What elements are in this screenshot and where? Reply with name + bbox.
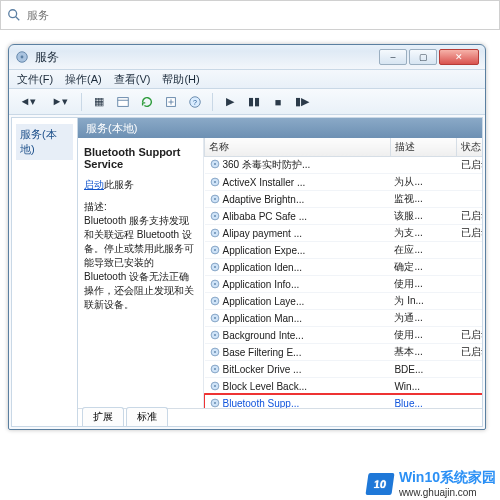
gear-icon [209, 380, 221, 392]
table-row[interactable]: Alipay payment ...为支...已启动自动本地系统 [205, 225, 483, 242]
svg-line-1 [16, 17, 20, 21]
col-name[interactable]: 名称 [205, 138, 391, 157]
detail-desc-label: 描述: [84, 201, 107, 212]
forward-button[interactable]: ►▾ [47, 93, 73, 111]
service-list[interactable]: 名称 描述 状态 启动类型 登录为 360 杀毒实时防护...已启动自动本地系统… [204, 138, 482, 408]
table-row[interactable]: Application Expe...在应...手动本地系统 [205, 242, 483, 259]
table-row[interactable]: Application Man...为通...手动本地系统 [205, 310, 483, 327]
gear-icon [209, 210, 221, 222]
show-hide-tree-button[interactable]: ▦ [90, 93, 108, 111]
svg-point-28 [213, 317, 215, 319]
panel-header: 服务(本地) [78, 118, 482, 138]
search-input[interactable] [27, 9, 493, 21]
properties-button[interactable] [114, 93, 132, 111]
table-row[interactable]: Bluetooth Supp...Blue...手动本地服务 [205, 395, 483, 409]
gear-icon [209, 312, 221, 324]
gear-icon [209, 295, 221, 307]
export-button[interactable] [162, 93, 180, 111]
separator [212, 93, 213, 111]
svg-point-34 [213, 368, 215, 370]
table-row[interactable]: Block Level Back...Win...手动本地系统 [205, 378, 483, 395]
gear-icon [209, 158, 221, 170]
svg-point-16 [213, 215, 215, 217]
nav-tree[interactable]: 服务(本地) [12, 118, 78, 426]
gear-icon [209, 227, 221, 239]
svg-point-38 [213, 402, 215, 404]
col-state[interactable]: 状态 [457, 138, 482, 157]
minimize-button[interactable]: – [379, 49, 407, 65]
nav-services-local[interactable]: 服务(本地) [16, 124, 73, 160]
table-row[interactable]: 360 杀毒实时防护...已启动自动本地系统 [205, 157, 483, 174]
menu-file[interactable]: 文件(F) [17, 72, 53, 87]
detail-desc: Bluetooth 服务支持发现和关联远程 Bluetooth 设备。停止或禁用… [84, 215, 194, 310]
svg-point-0 [9, 10, 17, 18]
svg-point-10 [213, 163, 215, 165]
svg-point-24 [213, 283, 215, 285]
svg-point-20 [213, 249, 215, 251]
start-link[interactable]: 启动 [84, 179, 104, 190]
gear-icon [209, 346, 221, 358]
services-window: 服务 – ▢ ✕ 文件(F) 操作(A) 查看(V) 帮助(H) ◄▾ ►▾ ▦ [8, 44, 486, 430]
table-row[interactable]: Adaptive Brightn...监视...手动本地系统 [205, 191, 483, 208]
svg-point-3 [21, 56, 24, 59]
watermark-title: Win10系统家园 [399, 469, 496, 487]
watermark-badge: 10 [365, 473, 394, 495]
detail-tabs[interactable]: 扩展 标准 [78, 408, 482, 426]
table-row[interactable]: ActiveX Installer ...为从...手动本地系统 [205, 174, 483, 191]
table-row[interactable]: Application Iden...确定...手动本地系统 [205, 259, 483, 276]
watermark-url: www.ghuajin.com [399, 487, 496, 498]
gear-icon [209, 363, 221, 375]
svg-point-18 [213, 232, 215, 234]
svg-text:?: ? [193, 98, 197, 105]
svg-point-32 [213, 351, 215, 353]
detail-title: Bluetooth Support Service [84, 146, 197, 170]
table-row[interactable]: Application Info...使用...手动本地系统 [205, 276, 483, 293]
search-icon [7, 8, 21, 22]
stop-button[interactable]: ■ [269, 93, 287, 111]
tab-standard[interactable]: 标准 [126, 407, 168, 426]
gear-icon [209, 244, 221, 256]
gear-icon [209, 176, 221, 188]
service-detail-pane: Bluetooth Support Service 启动此服务 描述:Bluet… [78, 138, 204, 408]
app-icon [15, 50, 29, 64]
back-button[interactable]: ◄▾ [15, 93, 41, 111]
svg-point-30 [213, 334, 215, 336]
menu-view[interactable]: 查看(V) [114, 72, 151, 87]
svg-point-12 [213, 181, 215, 183]
start-button[interactable]: ▶ [221, 93, 239, 111]
watermark: 10 Win10系统家园 www.ghuajin.com [367, 469, 496, 498]
svg-point-14 [213, 198, 215, 200]
svg-point-22 [213, 266, 215, 268]
tab-extended[interactable]: 扩展 [82, 407, 124, 426]
gear-icon [209, 193, 221, 205]
menubar[interactable]: 文件(F) 操作(A) 查看(V) 帮助(H) [9, 69, 485, 89]
separator [81, 93, 82, 111]
toolbar: ◄▾ ►▾ ▦ ? ▶ ▮▮ ■ ▮▶ [9, 89, 485, 115]
pause-button[interactable]: ▮▮ [245, 93, 263, 111]
table-row[interactable]: BitLocker Drive ...BDE...手动本地系统 [205, 361, 483, 378]
svg-point-26 [213, 300, 215, 302]
table-row[interactable]: Alibaba PC Safe ...该服...已启动自动本地系统 [205, 208, 483, 225]
restart-button[interactable]: ▮▶ [293, 93, 311, 111]
table-row[interactable]: Base Filtering E...基本...已启动自动本地系统 [205, 344, 483, 361]
svg-rect-4 [118, 97, 129, 106]
menu-action[interactable]: 操作(A) [65, 72, 102, 87]
gear-icon [209, 397, 221, 408]
col-desc[interactable]: 描述 [390, 138, 456, 157]
table-row[interactable]: Application Laye...为 In...手动本地系统 [205, 293, 483, 310]
refresh-button[interactable] [138, 93, 156, 111]
titlebar[interactable]: 服务 – ▢ ✕ [9, 45, 485, 69]
gear-icon [209, 261, 221, 273]
close-button[interactable]: ✕ [439, 49, 479, 65]
menu-help[interactable]: 帮助(H) [162, 72, 199, 87]
maximize-button[interactable]: ▢ [409, 49, 437, 65]
global-search-bar[interactable] [0, 0, 500, 30]
gear-icon [209, 278, 221, 290]
help-button[interactable]: ? [186, 93, 204, 111]
gear-icon [209, 329, 221, 341]
svg-point-36 [213, 385, 215, 387]
window-title: 服务 [35, 49, 379, 66]
table-row[interactable]: Background Inte...使用...已启动手动本地系统 [205, 327, 483, 344]
